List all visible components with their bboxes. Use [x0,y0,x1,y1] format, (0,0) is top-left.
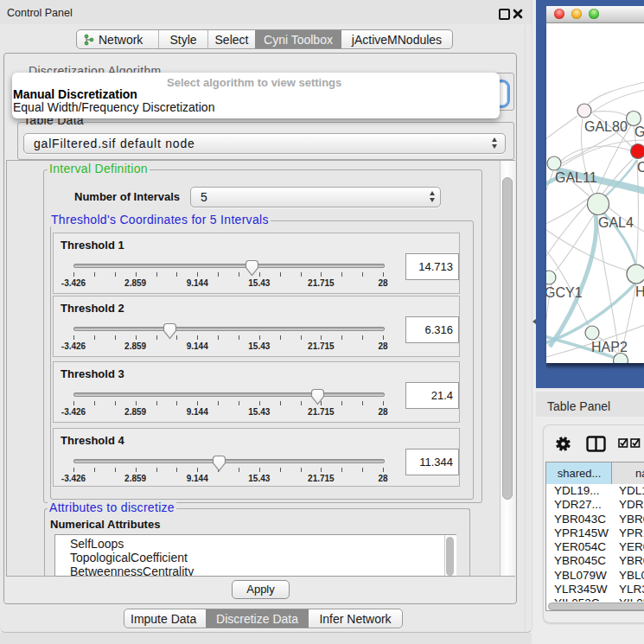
svg-text:G.: G. [634,124,644,139]
svg-text:GAL11: GAL11 [555,170,597,185]
svg-text:C: C [637,160,644,175]
svg-text:GCY1: GCY1 [546,285,583,300]
svg-text:GAL4: GAL4 [598,215,634,230]
svg-text:HAP2: HAP2 [591,340,628,354]
svg-text:H: H [635,284,644,299]
svg-text:GAL80: GAL80 [584,119,628,134]
